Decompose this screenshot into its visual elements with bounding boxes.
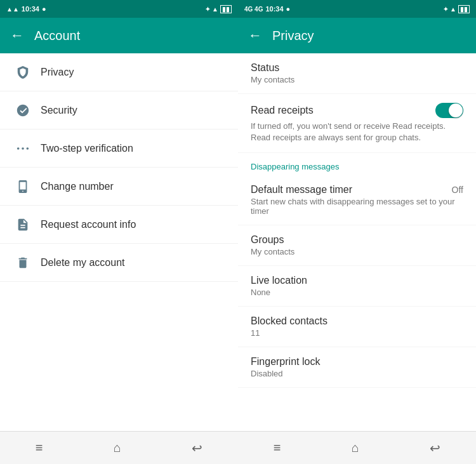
status-indicator: ● xyxy=(42,5,46,13)
signal-icons: ▲▲ xyxy=(6,6,19,13)
battery-icon-privacy: ▮▮ xyxy=(458,5,470,13)
two-step-label: Two-step verification xyxy=(41,143,133,154)
delete-account-label: Delete my account xyxy=(41,257,125,268)
privacy-item-fingerprint[interactable]: Fingerprint lock Disabled xyxy=(238,347,476,388)
nav-home-icon-privacy[interactable]: ⌂ xyxy=(352,441,359,455)
security-label: Security xyxy=(41,105,77,116)
privacy-label: Privacy xyxy=(41,67,74,78)
status-bar-account: ▲▲ 10:34 ● ✦ ▲ ▮▮ xyxy=(0,0,238,18)
read-receipts-toggle[interactable] xyxy=(435,103,463,118)
read-receipts-title: Read receipts xyxy=(251,105,314,116)
account-panel: ▲▲ 10:34 ● ✦ ▲ ▮▮ ← Account Privacy xyxy=(0,0,238,464)
live-location-title: Live location xyxy=(251,275,307,286)
fingerprint-value: Disabled xyxy=(251,369,463,378)
read-receipts-description: If turned off, you won't send or receive… xyxy=(251,121,463,143)
disappearing-messages-header: Disappearing messages xyxy=(238,153,476,175)
privacy-title: Privacy xyxy=(272,29,314,43)
change-number-icon xyxy=(10,180,36,194)
two-step-icon xyxy=(10,142,36,156)
wifi-icon: ▲ xyxy=(212,6,218,13)
status-bar-privacy: 4G 4G 10:34 ● ✦ ▲ ▮▮ xyxy=(238,0,476,18)
menu-item-change-number[interactable]: Change number xyxy=(0,168,238,206)
default-timer-sub: Start new chats with disappearing messag… xyxy=(251,197,463,216)
nav-menu-icon[interactable]: ≡ xyxy=(36,441,43,455)
menu-item-request-info[interactable]: Request account info xyxy=(0,206,238,244)
status-value: My contacts xyxy=(251,75,463,84)
status-time-privacy: 10:34 xyxy=(265,5,283,13)
account-content: Privacy Security Two-step verification C… xyxy=(0,53,238,431)
bottom-nav-account: ≡ ⌂ ↩ xyxy=(0,431,238,464)
menu-item-delete-account[interactable]: Delete my account xyxy=(0,244,238,282)
menu-item-privacy[interactable]: Privacy xyxy=(0,53,238,91)
change-number-label: Change number xyxy=(41,181,114,192)
svg-point-1 xyxy=(22,147,24,150)
bluetooth-icon-privacy: ✦ xyxy=(443,6,448,13)
nav-home-icon[interactable]: ⌂ xyxy=(114,441,121,455)
fingerprint-title: Fingerprint lock xyxy=(251,356,320,368)
live-location-value: None xyxy=(251,288,463,297)
blocked-contacts-count: 11 xyxy=(251,328,463,338)
bottom-nav-privacy: ≡ ⌂ ↩ xyxy=(238,431,476,464)
account-title: Account xyxy=(34,29,80,43)
menu-item-security[interactable]: Security xyxy=(0,91,238,129)
menu-item-two-step[interactable]: Two-step verification xyxy=(0,129,238,168)
default-timer-title: Default message timer xyxy=(251,184,352,196)
default-timer-value: Off xyxy=(452,185,463,195)
nav-back-icon-privacy[interactable]: ↩ xyxy=(430,441,440,456)
wifi-icon-privacy: ▲ xyxy=(450,6,456,13)
status-indicator-privacy: ● xyxy=(286,5,291,13)
privacy-icon xyxy=(10,65,36,79)
privacy-item-status[interactable]: Status My contacts xyxy=(238,53,476,94)
delete-icon xyxy=(10,256,36,270)
groups-title: Groups xyxy=(251,234,284,246)
privacy-content: Status My contacts Read receipts If turn… xyxy=(238,53,476,431)
privacy-panel: 4G 4G 10:34 ● ✦ ▲ ▮▮ ← Privacy Status My… xyxy=(238,0,476,464)
privacy-item-read-receipts[interactable]: Read receipts If turned off, you won't s… xyxy=(238,94,476,153)
privacy-item-groups[interactable]: Groups My contacts xyxy=(238,225,476,266)
blocked-contacts-title: Blocked contacts xyxy=(251,315,327,327)
toggle-knob xyxy=(449,103,463,117)
privacy-item-blocked[interactable]: Blocked contacts 11 xyxy=(238,307,476,347)
svg-point-0 xyxy=(17,147,20,150)
battery-icon: ▮▮ xyxy=(220,5,232,13)
nav-back-icon[interactable]: ↩ xyxy=(192,441,202,456)
bluetooth-icon: ✦ xyxy=(205,6,210,13)
request-info-label: Request account info xyxy=(41,219,136,230)
status-title: Status xyxy=(251,62,279,74)
account-header: ← Account xyxy=(0,18,238,53)
request-info-icon xyxy=(10,218,36,232)
privacy-header: ← Privacy xyxy=(238,18,476,53)
back-button-account[interactable]: ← xyxy=(10,27,24,44)
nav-menu-icon-privacy[interactable]: ≡ xyxy=(274,441,281,455)
status-time: 10:34 xyxy=(22,5,39,13)
groups-value: My contacts xyxy=(251,247,463,256)
svg-point-2 xyxy=(27,147,29,150)
back-button-privacy[interactable]: ← xyxy=(248,27,262,44)
privacy-item-live-location[interactable]: Live location None xyxy=(238,266,476,307)
security-icon xyxy=(10,103,36,117)
signal-icons-privacy: 4G 4G xyxy=(244,6,263,13)
privacy-item-default-timer[interactable]: Default message timer Off Start new chat… xyxy=(238,175,476,225)
